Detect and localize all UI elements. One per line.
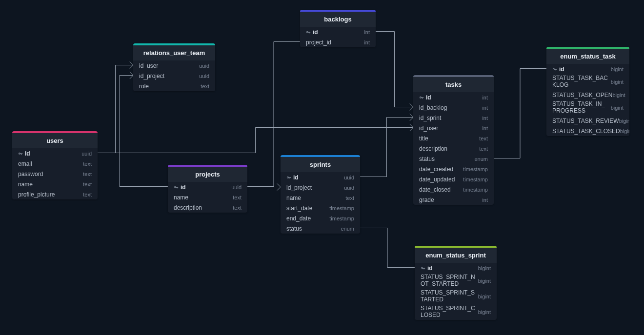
table-column-row: emailtext — [12, 158, 98, 169]
table-column-row: STATUS_TASK_OPENbigint — [546, 90, 629, 100]
column-name: description — [174, 204, 202, 211]
table-enum_status_task[interactable]: enum_status_taskidbigintSTATUS_TASK_BACK… — [546, 47, 629, 136]
table-column-row: STATUS_SPRINT_STARTEDbigint — [415, 289, 497, 304]
table-column-row: profile_picturetext — [12, 189, 98, 199]
table-column-row: statusenum — [413, 154, 494, 164]
table-sprints[interactable]: sprintsiduuidid_projectuuidnametextstart… — [281, 155, 360, 234]
table-column-row: STATUS_TASK_CLOSEDbigint — [546, 126, 629, 136]
column-type: uuid — [199, 63, 209, 69]
table-header: enum_status_sprint — [415, 248, 497, 263]
key-icon — [306, 30, 311, 35]
key-icon — [552, 67, 557, 72]
key-icon — [419, 95, 424, 100]
column-name: id_sprint — [419, 115, 441, 121]
column-type: int — [364, 29, 370, 35]
column-type: int — [482, 197, 488, 203]
table-column-row: date_closedtimestamp — [413, 184, 494, 195]
column-name: STATUS_SPRINT_STARTED — [421, 290, 476, 303]
column-type: bigint — [478, 309, 491, 315]
table-header: enum_status_task — [546, 49, 629, 64]
column-name: name — [18, 181, 33, 188]
table-column-row: start_datetimestamp — [281, 203, 360, 213]
table-column-row: id_projectuuid — [281, 182, 360, 193]
column-type: bigint — [478, 265, 491, 271]
column-type: uuid — [344, 175, 354, 180]
column-type: int — [482, 105, 488, 111]
column-type: int — [482, 95, 488, 100]
column-type: bigint — [478, 294, 491, 299]
key-icon — [174, 185, 179, 190]
table-column-row: nametext — [12, 179, 98, 189]
table-column-row: nametext — [168, 192, 247, 202]
table-column-row: statusenum — [281, 223, 360, 234]
column-type: timestamp — [463, 177, 488, 182]
column-type: timestamp — [463, 166, 488, 172]
table-column-row: passwordtext — [12, 169, 98, 179]
column-type: uuid — [231, 184, 242, 190]
column-type: bigint — [612, 92, 625, 98]
column-name: id_project — [139, 73, 164, 79]
table-header: tasks — [413, 77, 494, 92]
table-column-row: idbigint — [415, 263, 497, 273]
column-name: id_user — [419, 125, 438, 132]
column-type: enum — [474, 156, 488, 162]
table-column-row: id_projectuuid — [133, 71, 215, 81]
column-name: title — [419, 135, 428, 142]
diagram-canvas[interactable]: usersiduuidemailtextpasswordtextnametext… — [0, 0, 644, 335]
table-header: relations_user_team — [133, 45, 215, 60]
table-column-row: gradeint — [413, 195, 494, 205]
column-name: date_closed — [419, 186, 451, 193]
table-header: users — [12, 133, 98, 148]
column-type: timestamp — [329, 216, 354, 221]
table-header: backlogs — [300, 12, 376, 27]
column-name: id — [421, 265, 433, 272]
column-name: id — [552, 66, 564, 73]
table-enum_status_sprint[interactable]: enum_status_sprintidbigintSTATUS_SPRINT_… — [415, 246, 497, 320]
column-name: id_project — [286, 184, 312, 191]
column-type: int — [364, 39, 370, 45]
column-name: id — [286, 174, 299, 181]
column-type: text — [479, 136, 488, 141]
table-column-row: nametext — [281, 193, 360, 203]
column-name: name — [286, 195, 301, 201]
table-backlogs[interactable]: backlogsidintproject_idint — [300, 10, 376, 47]
column-type: text — [345, 195, 354, 201]
column-type: text — [83, 181, 92, 187]
table-projects[interactable]: projectsiduuidnametextdescriptiontext — [168, 165, 247, 213]
column-name: STATUS_SPRINT_NOT_STARTED — [421, 274, 476, 288]
key-icon — [286, 175, 291, 180]
table-column-row: end_datetimestamp — [281, 213, 360, 223]
column-type: uuid — [344, 185, 354, 191]
table-column-row: project_idint — [300, 37, 376, 47]
column-name: STATUS_TASK_CLOSED — [552, 128, 620, 135]
column-type: text — [201, 83, 209, 89]
table-column-row: id_userint — [413, 123, 494, 133]
table-column-row: titletext — [413, 133, 494, 143]
column-name: end_date — [286, 215, 311, 222]
column-name: status — [419, 156, 435, 162]
table-column-row: STATUS_SPRINT_CLOSEDbigint — [415, 304, 497, 320]
column-type: uuid — [199, 73, 209, 79]
column-name: STATUS_SPRINT_CLOSED — [421, 305, 476, 319]
column-name: role — [139, 83, 149, 90]
column-name: grade — [419, 197, 434, 203]
key-icon — [18, 151, 23, 156]
column-name: password — [18, 171, 43, 177]
column-type: text — [83, 192, 92, 197]
column-name: date_updated — [419, 176, 455, 183]
table-tasks[interactable]: tasksidintid_backlogintid_sprintintid_us… — [413, 75, 494, 205]
table-relations_user_team[interactable]: relations_user_teamid_useruuidid_project… — [133, 43, 215, 91]
column-type: text — [83, 171, 92, 177]
table-column-row: idint — [300, 27, 376, 37]
key-icon — [421, 266, 425, 271]
table-column-row: roletext — [133, 81, 215, 91]
table-column-row: date_updatedtimestamp — [413, 174, 494, 184]
column-name: project_id — [306, 39, 331, 46]
column-type: bigint — [619, 118, 629, 124]
column-name: id — [18, 150, 30, 157]
table-users[interactable]: usersiduuidemailtextpasswordtextnametext… — [12, 131, 98, 199]
column-name: id — [306, 29, 318, 36]
column-name: status — [286, 225, 302, 232]
column-type: bigint — [611, 79, 624, 85]
column-type: enum — [341, 226, 354, 232]
